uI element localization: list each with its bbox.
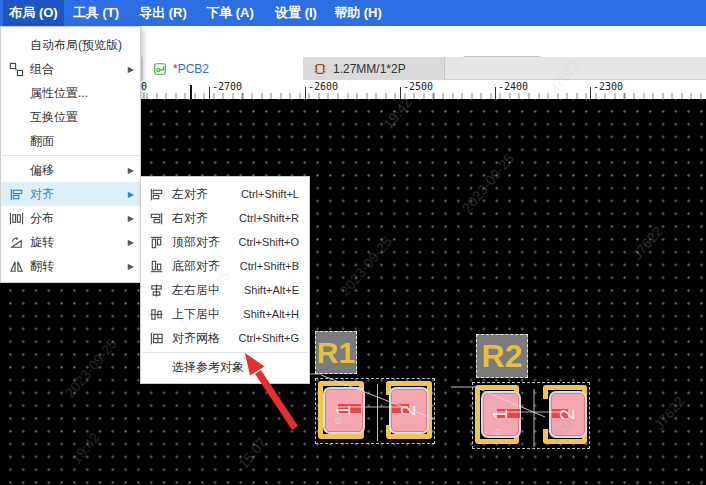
submenu-item-align-bottom[interactable]: 底部对齐 Ctrl+Shift+B: [141, 254, 309, 278]
align-top-icon: [149, 235, 164, 250]
shortcut: Ctrl+Shift+G: [238, 332, 299, 344]
menu-item-flip[interactable]: 翻转 ▶: [1, 254, 140, 278]
menu-item-distribute[interactable]: 分布 ▶: [1, 206, 140, 230]
shortcut: Ctrl+Shift+B: [240, 260, 299, 272]
shortcut: Ctrl+Shift+R: [239, 212, 299, 224]
tab-label: *PCB2: [173, 62, 209, 76]
ruler-major-tick: [495, 87, 496, 99]
menu-item-label: 属性位置...: [30, 85, 134, 102]
ruler-label: -2400: [498, 81, 528, 92]
submenu-item-align-left[interactable]: 左对齐 Ctrl+Shift+L: [141, 182, 309, 206]
align-icon: [9, 187, 24, 202]
menubar-item-order[interactable]: 下单 (A): [202, 0, 258, 26]
layout-menu: 自动布局(预览版) 组合 ▶ 属性位置... 互换位置 翻面 偏移 ▶ 对齐: [0, 26, 141, 283]
pad-number: 2: [557, 409, 580, 420]
rotate-icon: [9, 235, 24, 250]
ruler-cursor-tick: [190, 85, 192, 99]
menu-item-label: 分布: [30, 210, 128, 227]
menu-item-label: 组合: [30, 61, 128, 78]
menu-item-label: 互换位置: [30, 109, 134, 126]
align-bottom-icon: [149, 259, 164, 274]
submenu-item-align-grid[interactable]: 对齐网格 Ctrl+Shift+G: [141, 326, 309, 350]
submenu-item-center-vertical[interactable]: 上下居中 Shift+Alt+H: [141, 302, 309, 326]
menu-item-attribute-position[interactable]: 属性位置...: [1, 81, 140, 105]
menu-item-label: 旋转: [30, 234, 128, 251]
menu-item-label: 自动布局(预览版): [30, 37, 134, 54]
submenu-arrow-icon: ▶: [128, 166, 134, 175]
submenu-item-select-reference[interactable]: 选择参考对象: [141, 355, 309, 379]
ruler-major-tick: [305, 87, 306, 99]
menu-item-label: 偏移: [30, 162, 128, 179]
pcb-doc-icon: [153, 62, 167, 76]
pad-2[interactable]: 2: [551, 393, 585, 436]
menu-item-group[interactable]: 组合 ▶: [1, 57, 140, 81]
ruler-major-tick: [209, 87, 210, 99]
tab-label: 1.27MM/1*2P: [333, 62, 406, 76]
submenu-item-align-right[interactable]: 右对齐 Ctrl+Shift+R: [141, 206, 309, 230]
menu-item-label: 对齐: [30, 186, 128, 203]
pad-number: 1: [333, 405, 356, 416]
align-vcenter-icon: [149, 307, 164, 322]
component-ref-label[interactable]: R2: [476, 334, 528, 378]
menubar-item-help[interactable]: 帮助 (H): [330, 0, 386, 26]
pad-frame-gap: [542, 399, 549, 429]
submenu-arrow-icon: ▶: [128, 214, 134, 223]
align-submenu: 左对齐 Ctrl+Shift+L 右对齐 Ctrl+Shift+R 顶部对齐 C…: [140, 176, 310, 384]
pad-2[interactable]: 2: [391, 389, 427, 432]
menu-item-align[interactable]: 对齐 ▶: [1, 182, 140, 206]
tab-footprint[interactable]: 1.27MM/1*2P: [303, 57, 445, 80]
submenu-arrow-icon: ▶: [128, 190, 134, 199]
menu-item-rotate[interactable]: 旋转 ▶: [1, 230, 140, 254]
shortcut: Shift+Alt+H: [243, 308, 299, 320]
submenu-arrow-icon: ▶: [128, 65, 134, 74]
menu-item-flip-side[interactable]: 翻面: [1, 129, 140, 153]
align-hcenter-icon: [149, 283, 164, 298]
menu-item-label: 翻转: [30, 258, 128, 275]
align-right-icon: [149, 211, 164, 226]
menubar: 布局 (O) 工具 (T) 导出 (R) 下单 (A) 设置 (I) 帮助 (H…: [0, 0, 706, 26]
menu-item-auto-layout[interactable]: 自动布局(预览版): [1, 33, 140, 57]
pad-number: 1: [490, 409, 513, 420]
pad-1[interactable]: 1: [325, 389, 363, 432]
align-left-icon: [149, 187, 164, 202]
shortcut: Ctrl+Shift+L: [241, 188, 299, 200]
ruler-label: -2300: [593, 81, 623, 92]
shortcut: Shift+Alt+E: [244, 284, 299, 296]
ruler-label: -2700: [212, 81, 242, 92]
menu-item-offset[interactable]: 偏移 ▶: [1, 158, 140, 182]
group-icon: [9, 62, 24, 77]
shortcut: Ctrl+Shift+O: [238, 236, 299, 248]
menubar-item-settings[interactable]: 设置 (I): [270, 0, 322, 26]
submenu-arrow-icon: ▶: [128, 262, 134, 271]
ruler-major-tick: [590, 87, 591, 99]
component-ref-label[interactable]: R1: [315, 331, 357, 374]
submenu-item-center-horizontal[interactable]: 左右居中 Shift+Alt+E: [141, 278, 309, 302]
menu-item-label: 翻面: [30, 133, 134, 150]
ruler-minor-ticks: [140, 93, 706, 99]
ruler-major-tick: [400, 87, 401, 99]
ruler-label: -2500: [403, 81, 433, 92]
submenu-arrow-icon: ▶: [128, 238, 134, 247]
ruler-origin: 0: [141, 81, 147, 92]
menubar-item-tools[interactable]: 工具 (T): [68, 0, 124, 26]
align-grid-icon: [149, 331, 164, 346]
flip-icon: [9, 259, 24, 274]
pad-1[interactable]: 1: [483, 393, 519, 436]
footprint-doc-icon: [313, 62, 327, 76]
menubar-item-layout[interactable]: 布局 (O): [3, 0, 64, 26]
tab-pcb2[interactable]: *PCB2: [143, 57, 303, 80]
pad-number: 2: [398, 405, 421, 416]
ruler-label: -2600: [308, 81, 338, 92]
menu-item-swap-position[interactable]: 互换位置: [1, 105, 140, 129]
menu-separator: [2, 155, 139, 156]
menu-separator: [142, 352, 308, 353]
submenu-item-align-top[interactable]: 顶部对齐 Ctrl+Shift+O: [141, 230, 309, 254]
menubar-item-export[interactable]: 导出 (R): [134, 0, 192, 26]
distribute-icon: [9, 211, 24, 226]
pcb-editor-window: 布局 (O) 工具 (T) 导出 (R) 下单 (A) 设置 (I) 帮助 (H…: [0, 0, 706, 485]
